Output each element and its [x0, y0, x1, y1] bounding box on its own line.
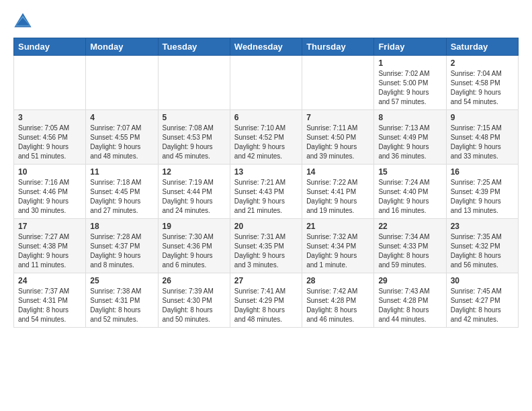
day-info: Sunrise: 7:15 AM Sunset: 4:48 PM Dayligh… — [451, 124, 514, 161]
day-info: Sunrise: 7:43 AM Sunset: 4:28 PM Dayligh… — [378, 287, 441, 324]
day-cell — [230, 56, 302, 110]
day-number: 10 — [18, 167, 81, 177]
day-cell — [14, 56, 86, 110]
day-cell: 4Sunrise: 7:07 AM Sunset: 4:55 PM Daylig… — [86, 110, 158, 165]
day-number: 19 — [163, 222, 226, 231]
day-cell: 8Sunrise: 7:13 AM Sunset: 4:49 PM Daylig… — [374, 110, 446, 165]
day-info: Sunrise: 7:04 AM Sunset: 4:58 PM Dayligh… — [451, 69, 514, 107]
day-number: 17 — [18, 222, 81, 231]
day-number: 3 — [18, 113, 81, 122]
header-tuesday: Tuesday — [158, 38, 230, 56]
day-cell: 30Sunrise: 7:45 AM Sunset: 4:27 PM Dayli… — [446, 273, 518, 328]
header-friday: Friday — [374, 38, 446, 56]
day-cell: 27Sunrise: 7:41 AM Sunset: 4:29 PM Dayli… — [230, 273, 302, 328]
day-cell: 5Sunrise: 7:08 AM Sunset: 4:53 PM Daylig… — [158, 110, 230, 165]
day-info: Sunrise: 7:37 AM Sunset: 4:31 PM Dayligh… — [18, 287, 81, 324]
day-number: 28 — [306, 276, 369, 285]
day-info: Sunrise: 7:13 AM Sunset: 4:49 PM Dayligh… — [378, 124, 441, 161]
day-cell: 6Sunrise: 7:10 AM Sunset: 4:52 PM Daylig… — [230, 110, 302, 165]
day-info: Sunrise: 7:05 AM Sunset: 4:56 PM Dayligh… — [18, 124, 81, 161]
week-row-4: 24Sunrise: 7:37 AM Sunset: 4:31 PM Dayli… — [14, 273, 519, 328]
day-cell: 15Sunrise: 7:24 AM Sunset: 4:40 PM Dayli… — [374, 165, 446, 219]
day-cell — [86, 56, 158, 110]
day-number: 6 — [234, 113, 298, 122]
week-row-1: 3Sunrise: 7:05 AM Sunset: 4:56 PM Daylig… — [14, 110, 519, 165]
day-info: Sunrise: 7:16 AM Sunset: 4:46 PM Dayligh… — [18, 178, 81, 216]
day-info: Sunrise: 7:11 AM Sunset: 4:50 PM Dayligh… — [306, 124, 369, 161]
day-number: 11 — [90, 167, 153, 177]
day-cell: 13Sunrise: 7:21 AM Sunset: 4:43 PM Dayli… — [230, 165, 302, 219]
day-cell: 23Sunrise: 7:35 AM Sunset: 4:32 PM Dayli… — [446, 219, 518, 273]
day-cell: 17Sunrise: 7:27 AM Sunset: 4:38 PM Dayli… — [14, 219, 86, 273]
header — [13, 11, 519, 30]
day-info: Sunrise: 7:35 AM Sunset: 4:32 PM Dayligh… — [451, 232, 514, 270]
day-number: 27 — [234, 276, 298, 285]
page: SundayMondayTuesdayWednesdayThursdayFrid… — [0, 0, 532, 338]
day-cell: 3Sunrise: 7:05 AM Sunset: 4:56 PM Daylig… — [14, 110, 86, 165]
logo — [13, 11, 35, 30]
day-info: Sunrise: 7:39 AM Sunset: 4:30 PM Dayligh… — [163, 287, 226, 324]
day-number: 25 — [90, 276, 153, 285]
day-number: 12 — [163, 167, 226, 177]
day-info: Sunrise: 7:25 AM Sunset: 4:39 PM Dayligh… — [451, 178, 514, 216]
day-cell — [302, 56, 374, 110]
week-row-3: 17Sunrise: 7:27 AM Sunset: 4:38 PM Dayli… — [14, 219, 519, 273]
calendar-table: SundayMondayTuesdayWednesdayThursdayFrid… — [13, 38, 519, 328]
day-number: 22 — [378, 222, 441, 231]
day-number: 20 — [234, 222, 298, 231]
day-cell: 28Sunrise: 7:42 AM Sunset: 4:28 PM Dayli… — [302, 273, 374, 328]
day-cell — [158, 56, 230, 110]
day-info: Sunrise: 7:27 AM Sunset: 4:38 PM Dayligh… — [18, 232, 81, 270]
day-info: Sunrise: 7:30 AM Sunset: 4:36 PM Dayligh… — [163, 232, 226, 270]
logo-icon — [13, 11, 32, 30]
day-number: 21 — [306, 222, 369, 231]
day-cell: 9Sunrise: 7:15 AM Sunset: 4:48 PM Daylig… — [446, 110, 518, 165]
day-cell: 29Sunrise: 7:43 AM Sunset: 4:28 PM Dayli… — [374, 273, 446, 328]
header-monday: Monday — [86, 38, 158, 56]
day-number: 8 — [378, 113, 441, 122]
day-info: Sunrise: 7:10 AM Sunset: 4:52 PM Dayligh… — [234, 124, 298, 161]
day-number: 4 — [90, 113, 153, 122]
header-saturday: Saturday — [446, 38, 518, 56]
day-cell: 25Sunrise: 7:38 AM Sunset: 4:31 PM Dayli… — [86, 273, 158, 328]
day-info: Sunrise: 7:02 AM Sunset: 5:00 PM Dayligh… — [378, 69, 441, 107]
header-wednesday: Wednesday — [230, 38, 302, 56]
day-info: Sunrise: 7:32 AM Sunset: 4:34 PM Dayligh… — [306, 232, 369, 270]
day-info: Sunrise: 7:45 AM Sunset: 4:27 PM Dayligh… — [451, 287, 514, 324]
day-info: Sunrise: 7:19 AM Sunset: 4:44 PM Dayligh… — [163, 178, 226, 216]
day-number: 7 — [306, 113, 369, 122]
week-row-0: 1Sunrise: 7:02 AM Sunset: 5:00 PM Daylig… — [14, 56, 519, 110]
day-number: 18 — [90, 222, 153, 231]
day-number: 2 — [451, 58, 514, 68]
day-number: 16 — [451, 167, 514, 177]
day-cell: 20Sunrise: 7:31 AM Sunset: 4:35 PM Dayli… — [230, 219, 302, 273]
day-number: 14 — [306, 167, 369, 177]
header-row: SundayMondayTuesdayWednesdayThursdayFrid… — [14, 38, 519, 56]
day-info: Sunrise: 7:18 AM Sunset: 4:45 PM Dayligh… — [90, 178, 153, 216]
day-info: Sunrise: 7:24 AM Sunset: 4:40 PM Dayligh… — [378, 178, 441, 216]
day-number: 1 — [378, 58, 441, 68]
day-cell: 26Sunrise: 7:39 AM Sunset: 4:30 PM Dayli… — [158, 273, 230, 328]
day-cell: 21Sunrise: 7:32 AM Sunset: 4:34 PM Dayli… — [302, 219, 374, 273]
day-number: 15 — [378, 167, 441, 177]
day-cell: 18Sunrise: 7:28 AM Sunset: 4:37 PM Dayli… — [86, 219, 158, 273]
day-info: Sunrise: 7:08 AM Sunset: 4:53 PM Dayligh… — [163, 124, 226, 161]
day-cell: 16Sunrise: 7:25 AM Sunset: 4:39 PM Dayli… — [446, 165, 518, 219]
day-info: Sunrise: 7:07 AM Sunset: 4:55 PM Dayligh… — [90, 124, 153, 161]
day-cell: 24Sunrise: 7:37 AM Sunset: 4:31 PM Dayli… — [14, 273, 86, 328]
day-cell: 11Sunrise: 7:18 AM Sunset: 4:45 PM Dayli… — [86, 165, 158, 219]
header-sunday: Sunday — [14, 38, 86, 56]
week-row-2: 10Sunrise: 7:16 AM Sunset: 4:46 PM Dayli… — [14, 165, 519, 219]
day-number: 26 — [163, 276, 226, 285]
day-info: Sunrise: 7:38 AM Sunset: 4:31 PM Dayligh… — [90, 287, 153, 324]
day-number: 5 — [163, 113, 226, 122]
day-info: Sunrise: 7:31 AM Sunset: 4:35 PM Dayligh… — [234, 232, 298, 270]
day-number: 9 — [451, 113, 514, 122]
day-cell: 12Sunrise: 7:19 AM Sunset: 4:44 PM Dayli… — [158, 165, 230, 219]
day-number: 30 — [451, 276, 514, 285]
day-cell: 7Sunrise: 7:11 AM Sunset: 4:50 PM Daylig… — [302, 110, 374, 165]
header-thursday: Thursday — [302, 38, 374, 56]
day-number: 24 — [18, 276, 81, 285]
day-info: Sunrise: 7:41 AM Sunset: 4:29 PM Dayligh… — [234, 287, 298, 324]
day-info: Sunrise: 7:34 AM Sunset: 4:33 PM Dayligh… — [378, 232, 441, 270]
